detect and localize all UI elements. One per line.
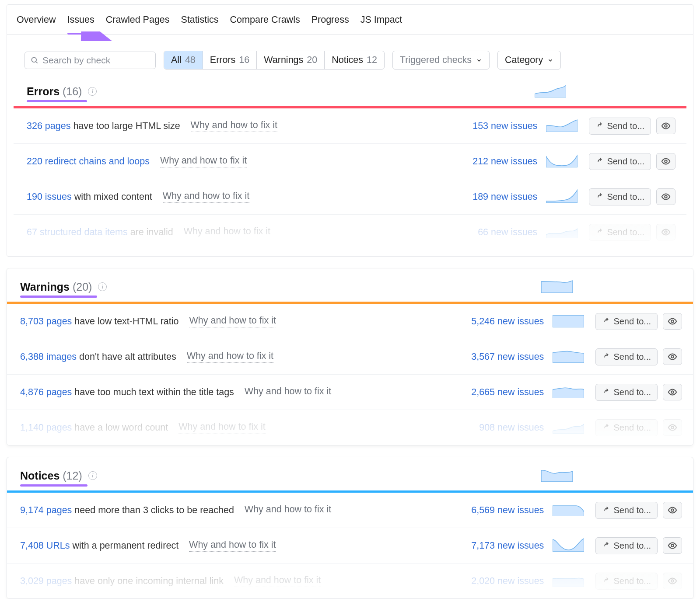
issue-text: have a low word count xyxy=(72,422,168,433)
send-to-button[interactable]: Send to... xyxy=(595,537,658,554)
new-issues-count[interactable]: 189 new issues xyxy=(445,191,537,202)
issue-link[interactable]: 326 pages xyxy=(27,121,70,131)
why-how-fix-link[interactable]: Why and how to fix it xyxy=(184,226,270,238)
issue-link[interactable]: 7,408 URLs xyxy=(20,540,70,551)
why-how-fix-link[interactable]: Why and how to fix it xyxy=(245,504,331,516)
sparkline xyxy=(553,348,584,363)
share-arrow-icon xyxy=(595,193,603,201)
send-to-button[interactable]: Send to... xyxy=(595,313,658,330)
view-button[interactable] xyxy=(656,118,676,134)
new-issues-count[interactable]: 3,567 new issues xyxy=(452,351,544,362)
svg-point-10 xyxy=(671,509,674,511)
view-button[interactable] xyxy=(656,188,676,205)
sparkline xyxy=(546,153,578,167)
send-to-button[interactable]: Send to... xyxy=(595,502,658,519)
tab-overview[interactable]: Overview xyxy=(17,14,56,34)
tab-crawled-pages[interactable]: Crawled Pages xyxy=(106,14,170,34)
filter-notices[interactable]: Notices 12 xyxy=(325,51,384,69)
dropdown-label: Category xyxy=(505,55,543,66)
send-to-button[interactable]: Send to... xyxy=(589,188,651,205)
category-dropdown[interactable]: Category xyxy=(497,51,561,70)
view-button[interactable] xyxy=(663,384,682,400)
eye-icon xyxy=(668,316,677,326)
notices-panel: Notices (12)i9,174 pages need more than … xyxy=(7,457,693,599)
eye-icon xyxy=(661,156,671,166)
send-to-button[interactable]: Send to... xyxy=(595,384,658,401)
view-button[interactable] xyxy=(663,537,682,554)
filter-errors[interactable]: Errors 16 xyxy=(203,51,257,69)
issue-link[interactable]: 67 structured data items xyxy=(27,227,128,237)
tabs-container: OverviewIssuesCrawled PagesStatisticsCom… xyxy=(7,4,693,257)
search-box[interactable] xyxy=(24,52,156,69)
tab-issues[interactable]: Issues xyxy=(67,14,94,34)
send-to-button[interactable]: Send to... xyxy=(589,153,651,170)
tab-compare-crawls[interactable]: Compare Crawls xyxy=(230,14,300,34)
info-icon[interactable]: i xyxy=(88,471,97,480)
sparkline xyxy=(541,467,573,482)
issue-link[interactable]: 4,876 pages xyxy=(20,387,72,397)
new-issues-count[interactable]: 6,569 new issues xyxy=(452,505,544,516)
new-issues-count[interactable]: 153 new issues xyxy=(445,121,537,132)
issue-link[interactable]: 190 issues xyxy=(27,191,72,202)
issue-link[interactable]: 6,388 images xyxy=(20,351,77,362)
sparkline xyxy=(546,188,578,203)
info-icon[interactable]: i xyxy=(88,87,97,96)
issue-link[interactable]: 9,174 pages xyxy=(20,505,72,515)
svg-point-0 xyxy=(32,57,36,62)
issue-text: with a permanent redirect xyxy=(70,540,179,551)
new-issues-count[interactable]: 5,246 new issues xyxy=(452,316,544,327)
section-title: Notices (12) xyxy=(20,469,82,482)
tab-statistics[interactable]: Statistics xyxy=(181,14,219,34)
tab-progress[interactable]: Progress xyxy=(312,14,349,34)
new-issues-count[interactable]: 2,665 new issues xyxy=(452,387,544,398)
why-how-fix-link[interactable]: Why and how to fix it xyxy=(191,120,277,132)
sparkline xyxy=(546,223,578,238)
search-icon xyxy=(30,56,39,65)
send-to-button[interactable]: Send to... xyxy=(595,573,658,590)
send-to-button[interactable]: Send to... xyxy=(595,419,658,436)
send-to-button[interactable]: Send to... xyxy=(589,118,651,135)
filter-all[interactable]: All 48 xyxy=(164,51,203,69)
new-issues-count[interactable]: 2,020 new issues xyxy=(452,576,544,587)
why-how-fix-link[interactable]: Why and how to fix it xyxy=(160,155,247,167)
why-how-fix-link[interactable]: Why and how to fix it xyxy=(187,351,273,363)
send-to-button[interactable]: Send to... xyxy=(589,224,651,241)
triggered-checks-dropdown[interactable]: Triggered checks xyxy=(392,51,490,70)
why-how-fix-link[interactable]: Why and how to fix it xyxy=(234,575,321,587)
search-input[interactable] xyxy=(42,55,150,66)
new-issues-count[interactable]: 908 new issues xyxy=(452,422,544,433)
why-how-fix-link[interactable]: Why and how to fix it xyxy=(178,421,265,434)
view-button[interactable] xyxy=(663,348,682,365)
view-button[interactable] xyxy=(656,153,676,170)
send-to-button[interactable]: Send to... xyxy=(595,348,658,365)
tab-js-impact[interactable]: JS Impact xyxy=(360,14,402,34)
eye-icon xyxy=(668,423,677,432)
view-button[interactable] xyxy=(663,573,682,589)
issue-text: need more than 3 clicks to be reached xyxy=(72,505,234,515)
sparkline xyxy=(553,313,584,327)
issue-link[interactable]: 220 redirect chains and loops xyxy=(27,156,150,167)
why-how-fix-link[interactable]: Why and how to fix it xyxy=(245,386,331,398)
section-header-warnings: Warnings (20)i xyxy=(7,268,693,302)
filter-warnings[interactable]: Warnings 20 xyxy=(257,51,325,69)
new-issues-count[interactable]: 212 new issues xyxy=(445,156,537,167)
why-how-fix-link[interactable]: Why and how to fix it xyxy=(189,315,276,327)
view-button[interactable] xyxy=(656,224,676,240)
share-arrow-icon xyxy=(602,388,610,396)
why-how-fix-link[interactable]: Why and how to fix it xyxy=(189,539,276,552)
issue-row: 326 pages have too large HTML sizeWhy an… xyxy=(14,108,686,144)
issue-link[interactable]: 1,140 pages xyxy=(20,422,72,433)
new-issues-count[interactable]: 66 new issues xyxy=(445,227,537,238)
new-issues-count[interactable]: 7,173 new issues xyxy=(452,540,544,551)
section-title: Warnings (20) xyxy=(20,281,92,293)
view-button[interactable] xyxy=(663,313,682,330)
view-button[interactable] xyxy=(663,419,682,436)
why-how-fix-link[interactable]: Why and how to fix it xyxy=(163,191,249,203)
view-button[interactable] xyxy=(663,502,682,518)
issue-link[interactable]: 3,029 pages xyxy=(20,576,72,586)
svg-point-5 xyxy=(665,231,667,233)
info-icon[interactable]: i xyxy=(98,282,107,291)
share-arrow-icon xyxy=(602,506,610,514)
issue-link[interactable]: 8,703 pages xyxy=(20,316,72,327)
issue-text: have only one incoming internal link xyxy=(72,576,224,586)
